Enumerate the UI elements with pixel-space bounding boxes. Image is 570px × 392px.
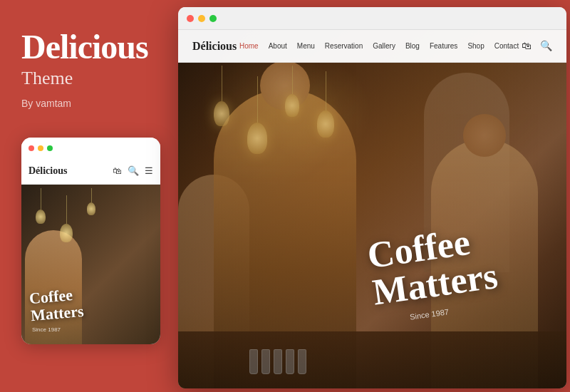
website-nav: Home About Menu Reservation Gallery Blog… [239,42,519,50]
hero-text-overlay: Coffee Matters [366,220,500,311]
browser-dot-red [187,15,194,22]
website-header-icons: 🛍 🔍 [522,40,552,52]
hero-glass-4 [286,349,294,374]
header-search-icon[interactable]: 🔍 [540,40,552,52]
mobile-top-bar [21,138,160,159]
nav-item-blog[interactable]: Blog [405,42,420,50]
website-logo: Délicious [192,40,237,53]
hero-glass-3 [274,349,282,374]
header-bag-icon[interactable]: 🛍 [522,41,532,52]
theme-subtitle: Theme [21,68,150,89]
browser-dot-yellow [198,15,205,22]
mobile-hero-text: Coffee Matters [28,286,84,325]
browser-content: Coffee Matters Since 1987 Délicious Home… [178,30,566,388]
mobile-dot-yellow [38,145,43,151]
nav-item-contact[interactable]: Contact [494,42,519,50]
nav-item-menu[interactable]: Menu [297,42,315,50]
mobile-logo: Délicious [28,165,67,177]
nav-item-home[interactable]: Home [239,42,259,50]
hero-glass-5 [298,349,306,374]
mobile-dot-red [28,145,34,151]
hero-table-surface [178,331,566,388]
nav-item-shop[interactable]: Shop [467,42,484,50]
mobile-hero-image: Coffee Matters Since 1987 [21,185,160,344]
hero-hanging-lights [214,66,334,154]
browser-mockup: Coffee Matters Since 1987 Délicious Home… [178,7,566,388]
mobile-dot-green [47,145,53,151]
mobile-header-icons: 🛍 🔍 ☰ [113,165,153,177]
browser-dot-green [209,15,217,22]
mobile-menu-icon: ☰ [145,165,153,177]
nav-item-reservation[interactable]: Reservation [325,42,363,50]
hero-glasses-row [249,349,306,374]
website-hero: Coffee Matters Since 1987 [178,30,566,388]
mobile-search-icon: 🔍 [128,165,139,177]
theme-author: By vamtam [21,98,150,109]
theme-title: Delicious [21,29,150,66]
mobile-lights [36,188,95,242]
nav-item-about[interactable]: About [269,42,287,50]
mobile-since-text: Since 1987 [32,326,61,333]
hero-glass-1 [249,349,258,374]
website-header: Délicious Home About Menu Reservation Ga… [178,30,566,63]
mobile-mockup: Délicious 🛍 🔍 ☰ [21,138,160,344]
hero-glass-2 [261,349,270,374]
browser-chrome [178,7,566,30]
mobile-nav-bar: Délicious 🛍 🔍 ☰ [21,159,160,185]
mobile-cart-icon: 🛍 [113,165,122,177]
left-panel: Delicious Theme By vamtam Délicious 🛍 🔍 … [0,0,171,392]
nav-item-gallery[interactable]: Gallery [373,42,395,50]
nav-item-features[interactable]: Features [430,42,457,50]
